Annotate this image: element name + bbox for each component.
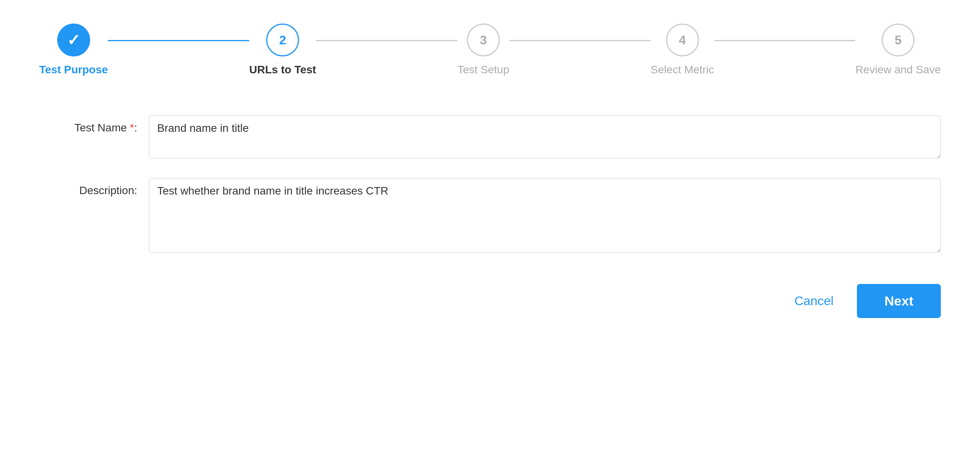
step-1-circle: ✓ <box>57 24 90 56</box>
connector-4-5 <box>714 40 856 41</box>
step-3-circle: 3 <box>467 24 500 56</box>
step-4-circle: 4 <box>666 24 699 56</box>
test-name-row: Test Name *: <box>39 115 941 158</box>
step-4-number: 4 <box>679 33 686 47</box>
description-input[interactable] <box>149 178 941 253</box>
connector-3-4 <box>509 40 651 41</box>
step-5-label: Review and Save <box>855 64 941 76</box>
step-5-circle: 5 <box>882 24 915 56</box>
test-name-input[interactable] <box>149 115 941 158</box>
step-2-label: URLs to Test <box>249 64 316 76</box>
checkmark-icon: ✓ <box>67 31 80 49</box>
step-3-number: 3 <box>480 33 487 47</box>
form-container: Test Name *: Description: <box>31 107 949 253</box>
description-row: Description: <box>39 178 941 253</box>
step-3: 3 Test Setup <box>457 24 509 76</box>
step-2-number: 2 <box>279 33 286 47</box>
required-star: * <box>130 122 134 134</box>
step-4-label: Select Metric <box>651 64 714 76</box>
step-5: 5 Review and Save <box>855 24 941 76</box>
connector-1-2 <box>108 40 249 41</box>
next-button[interactable]: Next <box>857 284 941 318</box>
connector-2-3 <box>316 40 457 41</box>
stepper: ✓ Test Purpose 2 URLs to Test 3 Test Set… <box>31 24 949 76</box>
cancel-button[interactable]: Cancel <box>783 286 846 316</box>
step-2: 2 URLs to Test <box>249 24 316 76</box>
step-5-number: 5 <box>895 33 902 47</box>
step-2-circle: 2 <box>266 24 299 56</box>
step-1-label: Test Purpose <box>39 64 108 76</box>
step-1: ✓ Test Purpose <box>39 24 108 76</box>
footer: Cancel Next <box>31 284 949 318</box>
step-4: 4 Select Metric <box>651 24 714 76</box>
test-name-label: Test Name *: <box>39 115 149 134</box>
page-container: ✓ Test Purpose 2 URLs to Test 3 Test Set… <box>31 24 949 318</box>
description-label: Description: <box>39 178 149 197</box>
step-3-label: Test Setup <box>457 64 509 76</box>
